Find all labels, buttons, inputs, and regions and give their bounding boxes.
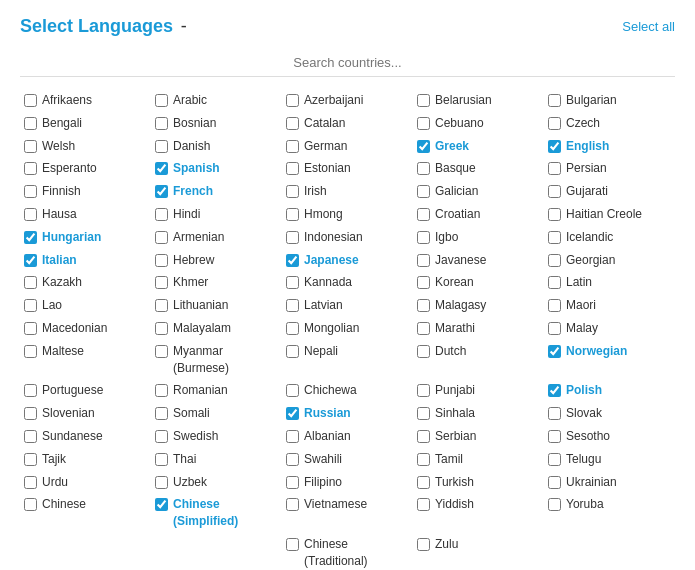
lang-checkbox-estonian[interactable] bbox=[286, 162, 299, 175]
lang-checkbox-filipino[interactable] bbox=[286, 476, 299, 489]
lang-checkbox-mongolian[interactable] bbox=[286, 322, 299, 335]
lang-checkbox-lao[interactable] bbox=[24, 299, 37, 312]
search-input[interactable] bbox=[20, 49, 675, 77]
lang-item: Slovenian bbox=[20, 402, 151, 425]
lang-item: Zulu bbox=[413, 533, 544, 570]
lang-checkbox-somali[interactable] bbox=[155, 407, 168, 420]
lang-checkbox-javanese[interactable] bbox=[417, 254, 430, 267]
lang-checkbox-latvian[interactable] bbox=[286, 299, 299, 312]
lang-checkbox-esperanto[interactable] bbox=[24, 162, 37, 175]
lang-checkbox-georgian[interactable] bbox=[548, 254, 561, 267]
lang-checkbox-welsh[interactable] bbox=[24, 140, 37, 153]
lang-checkbox-thai[interactable] bbox=[155, 453, 168, 466]
lang-checkbox-gujarati[interactable] bbox=[548, 185, 561, 198]
lang-checkbox-galician[interactable] bbox=[417, 185, 430, 198]
lang-checkbox-kazakh[interactable] bbox=[24, 276, 37, 289]
lang-label-maori: Maori bbox=[566, 297, 596, 314]
lang-checkbox-swahili[interactable] bbox=[286, 453, 299, 466]
lang-label-welsh: Welsh bbox=[42, 138, 75, 155]
lang-checkbox-uzbek[interactable] bbox=[155, 476, 168, 489]
lang-checkbox-arabic[interactable] bbox=[155, 94, 168, 107]
lang-checkbox-catalan[interactable] bbox=[286, 117, 299, 130]
lang-checkbox-tamil[interactable] bbox=[417, 453, 430, 466]
lang-checkbox-russian[interactable] bbox=[286, 407, 299, 420]
lang-checkbox-kannada[interactable] bbox=[286, 276, 299, 289]
lang-checkbox-greek[interactable] bbox=[417, 140, 430, 153]
lang-checkbox-hausa[interactable] bbox=[24, 208, 37, 221]
lang-checkbox-bengali[interactable] bbox=[24, 117, 37, 130]
lang-checkbox-czech[interactable] bbox=[548, 117, 561, 130]
lang-checkbox-nepali[interactable] bbox=[286, 345, 299, 358]
lang-checkbox-hebrew[interactable] bbox=[155, 254, 168, 267]
lang-checkbox-hungarian[interactable] bbox=[24, 231, 37, 244]
lang-checkbox-english[interactable] bbox=[548, 140, 561, 153]
lang-checkbox-haitian-creole[interactable] bbox=[548, 208, 561, 221]
lang-checkbox-maltese[interactable] bbox=[24, 345, 37, 358]
lang-checkbox-malagasy[interactable] bbox=[417, 299, 430, 312]
lang-checkbox-yoruba[interactable] bbox=[548, 498, 561, 511]
lang-checkbox-bosnian[interactable] bbox=[155, 117, 168, 130]
lang-checkbox-romanian[interactable] bbox=[155, 384, 168, 397]
lang-checkbox-polish[interactable] bbox=[548, 384, 561, 397]
lang-checkbox-basque[interactable] bbox=[417, 162, 430, 175]
lang-checkbox-punjabi[interactable] bbox=[417, 384, 430, 397]
lang-checkbox-japanese[interactable] bbox=[286, 254, 299, 267]
lang-checkbox-malay[interactable] bbox=[548, 322, 561, 335]
lang-checkbox-turkish[interactable] bbox=[417, 476, 430, 489]
lang-checkbox-lithuanian[interactable] bbox=[155, 299, 168, 312]
lang-checkbox-icelandic[interactable] bbox=[548, 231, 561, 244]
lang-checkbox-albanian[interactable] bbox=[286, 430, 299, 443]
lang-checkbox-portuguese[interactable] bbox=[24, 384, 37, 397]
lang-checkbox-german[interactable] bbox=[286, 140, 299, 153]
lang-checkbox-korean[interactable] bbox=[417, 276, 430, 289]
lang-checkbox-danish[interactable] bbox=[155, 140, 168, 153]
lang-checkbox-chinese[interactable] bbox=[24, 498, 37, 511]
lang-checkbox-khmer[interactable] bbox=[155, 276, 168, 289]
lang-checkbox-telugu[interactable] bbox=[548, 453, 561, 466]
lang-checkbox-sinhala[interactable] bbox=[417, 407, 430, 420]
lang-checkbox-irish[interactable] bbox=[286, 185, 299, 198]
lang-checkbox-myanmar-burmese[interactable] bbox=[155, 345, 168, 358]
lang-checkbox-macedonian[interactable] bbox=[24, 322, 37, 335]
lang-checkbox-latin[interactable] bbox=[548, 276, 561, 289]
lang-checkbox-serbian[interactable] bbox=[417, 430, 430, 443]
select-all-button[interactable]: Select all bbox=[622, 19, 675, 34]
lang-checkbox-armenian[interactable] bbox=[155, 231, 168, 244]
lang-checkbox-urdu[interactable] bbox=[24, 476, 37, 489]
lang-checkbox-malayalam[interactable] bbox=[155, 322, 168, 335]
lang-checkbox-sundanese[interactable] bbox=[24, 430, 37, 443]
lang-checkbox-persian[interactable] bbox=[548, 162, 561, 175]
lang-checkbox-french[interactable] bbox=[155, 185, 168, 198]
lang-checkbox-croatian[interactable] bbox=[417, 208, 430, 221]
lang-checkbox-swedish[interactable] bbox=[155, 430, 168, 443]
lang-checkbox-yiddish[interactable] bbox=[417, 498, 430, 511]
lang-checkbox-italian[interactable] bbox=[24, 254, 37, 267]
lang-checkbox-chichewa[interactable] bbox=[286, 384, 299, 397]
lang-checkbox-vietnamese[interactable] bbox=[286, 498, 299, 511]
lang-checkbox-belarusian[interactable] bbox=[417, 94, 430, 107]
lang-checkbox-dutch[interactable] bbox=[417, 345, 430, 358]
lang-checkbox-azerbaijani[interactable] bbox=[286, 94, 299, 107]
lang-checkbox-norwegian[interactable] bbox=[548, 345, 561, 358]
lang-checkbox-slovak[interactable] bbox=[548, 407, 561, 420]
lang-checkbox-indonesian[interactable] bbox=[286, 231, 299, 244]
lang-item: Hindi bbox=[151, 203, 282, 226]
lang-checkbox-afrikaens[interactable] bbox=[24, 94, 37, 107]
lang-checkbox-sesotho[interactable] bbox=[548, 430, 561, 443]
lang-checkbox-tajik[interactable] bbox=[24, 453, 37, 466]
lang-checkbox-marathi[interactable] bbox=[417, 322, 430, 335]
lang-checkbox-cebuano[interactable] bbox=[417, 117, 430, 130]
lang-checkbox-chinese-traditional[interactable] bbox=[286, 538, 299, 551]
lang-checkbox-spanish[interactable] bbox=[155, 162, 168, 175]
lang-checkbox-ukrainian[interactable] bbox=[548, 476, 561, 489]
lang-checkbox-hmong[interactable] bbox=[286, 208, 299, 221]
lang-checkbox-igbo[interactable] bbox=[417, 231, 430, 244]
lang-checkbox-finnish[interactable] bbox=[24, 185, 37, 198]
lang-checkbox-bulgarian[interactable] bbox=[548, 94, 561, 107]
lang-checkbox-chinese-simplified[interactable] bbox=[155, 498, 168, 511]
lang-checkbox-hindi[interactable] bbox=[155, 208, 168, 221]
lang-checkbox-slovenian[interactable] bbox=[24, 407, 37, 420]
lang-item: German bbox=[282, 135, 413, 158]
lang-checkbox-maori[interactable] bbox=[548, 299, 561, 312]
lang-checkbox-zulu[interactable] bbox=[417, 538, 430, 551]
